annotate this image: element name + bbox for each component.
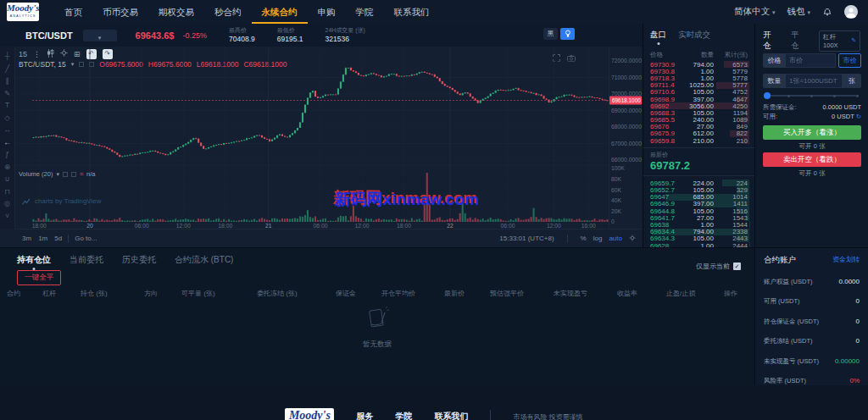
- available-label: 可用:: [763, 113, 777, 121]
- language-label: 简体中文: [734, 6, 770, 16]
- nav-item-秒合约[interactable]: 秒合约: [204, 0, 252, 24]
- range-3m[interactable]: 3m: [22, 235, 31, 242]
- nav-item-永续合约[interactable]: 永续合约: [252, 0, 308, 24]
- sell-open-short-button[interactable]: 卖出开空（看跌）: [763, 152, 861, 167]
- nav-item-申购[interactable]: 申购: [308, 0, 346, 24]
- footer-link-contact[interactable]: 联系我们: [434, 411, 468, 420]
- checkbox-checked-icon[interactable]: ✓: [733, 262, 741, 270]
- svg-text:60K: 60K: [611, 187, 622, 193]
- range-1m[interactable]: 1m: [38, 235, 47, 242]
- buy-open-long-button[interactable]: 买入开多（看涨）: [763, 125, 861, 140]
- empty-state: 暂无数据: [0, 304, 754, 350]
- goto-button[interactable]: Go to...: [75, 235, 97, 242]
- notification-bell-icon[interactable]: [822, 4, 832, 19]
- percent-scale-button[interactable]: %: [581, 235, 587, 242]
- nav-item-学院[interactable]: 学院: [346, 0, 384, 24]
- eye-icon[interactable]: ◎: [4, 197, 10, 210]
- orderbook-last-price[interactable]: 69787.2: [650, 159, 748, 172]
- price-cell: 69659.8: [650, 137, 687, 145]
- positions-tab-1[interactable]: 当前委托: [70, 254, 103, 266]
- fib-icon[interactable]: ∥: [5, 75, 8, 87]
- axis-settings-icon[interactable]: [629, 235, 636, 243]
- leverage-value: 杠杆 100X: [823, 33, 849, 49]
- account-row: 委托冻结 (USDT)0: [764, 337, 860, 345]
- orderbook-ask-row[interactable]: 69659.8210.00210: [650, 137, 748, 144]
- tab-close-position[interactable]: 平仓: [791, 30, 805, 52]
- refresh-icon[interactable]: ↻: [856, 113, 861, 120]
- auto-scale-button[interactable]: auto: [609, 235, 622, 242]
- quantity-input[interactable]: [786, 74, 843, 88]
- text-icon[interactable]: T: [5, 99, 9, 112]
- wallet-menu[interactable]: 钱包 ▾: [787, 6, 810, 18]
- leverage-selector[interactable]: 杠杆 100X✎: [819, 30, 860, 52]
- quantity-field-label: 数量: [763, 74, 786, 88]
- slider-tick[interactable]: [856, 95, 859, 97]
- more-icon[interactable]: ˅: [5, 210, 9, 223]
- required-margin-row: 所需保证金: 0.0000 USDT: [763, 103, 861, 112]
- logo-text: Moody's: [7, 3, 39, 14]
- range-5d[interactable]: 5d: [54, 235, 62, 242]
- slider-knob[interactable]: [764, 92, 771, 99]
- volume-swatch: ≈: [80, 170, 83, 178]
- pattern-icon[interactable]: ◇: [4, 112, 10, 124]
- account-row-label: 委托冻结 (USDT): [764, 337, 813, 345]
- lock-icon[interactable]: ⊓: [4, 185, 10, 198]
- measure-icon[interactable]: ↔: [3, 124, 11, 136]
- user-avatar[interactable]: [844, 5, 858, 19]
- zoom-icon[interactable]: ⊕: [4, 161, 10, 174]
- nav-item-币币交易[interactable]: 币币交易: [92, 0, 148, 24]
- magnet-icon[interactable]: ∪: [4, 173, 9, 185]
- nav-item-联系我们[interactable]: 联系我们: [384, 0, 440, 24]
- orderbook-tab-depth[interactable]: 盘口: [650, 30, 666, 41]
- close-all-button[interactable]: 一键全平: [17, 270, 61, 285]
- tradingview-credit[interactable]: charts by TradingView: [22, 197, 102, 205]
- credit-text: charts by TradingView: [35, 197, 102, 205]
- tab-open-position[interactable]: 开仓: [763, 30, 777, 52]
- slider-tick[interactable]: [787, 95, 790, 97]
- nav-item-首页[interactable]: 首页: [54, 0, 92, 24]
- brand-logo[interactable]: Moody's ANALYTICS: [7, 3, 39, 21]
- footer-link-services[interactable]: 服务: [356, 411, 373, 420]
- crosshair-icon[interactable]: ┼: [4, 50, 9, 63]
- symbol-stats: 最高价70408.9最低价69195.124H成交量 (张)321536: [207, 27, 365, 43]
- slider-tick[interactable]: [833, 95, 836, 97]
- footer-logo[interactable]: Moody's ANALYTICS: [285, 408, 334, 420]
- candlestick-chart[interactable]: 72000.000071000.000070000.000069000.0000…: [15, 47, 643, 229]
- quantity-slider[interactable]: [765, 92, 859, 99]
- chevron-down-icon: ▾: [807, 9, 810, 15]
- volume-settings-icon[interactable]: [71, 172, 76, 177]
- volume-label[interactable]: Volume (20): [19, 170, 53, 178]
- theme-dark-button[interactable]: 黑: [543, 28, 558, 40]
- log-scale-button[interactable]: log: [593, 235, 603, 242]
- orderbook-tab-trades[interactable]: 实时成交: [678, 30, 710, 41]
- pair-name: BTC/USDT: [25, 30, 73, 41]
- price-input[interactable]: [786, 53, 836, 68]
- fund-transfer-link[interactable]: 资金划转: [832, 255, 860, 266]
- collapse-arrow-icon[interactable]: ←: [3, 136, 11, 149]
- price-change: -0.25%: [183, 31, 208, 40]
- col-price: 价格: [650, 51, 687, 61]
- positions-tab-2[interactable]: 历史委托: [122, 254, 156, 266]
- theme-light-button[interactable]: [560, 28, 575, 40]
- only-current-toggle[interactable]: 仅显示当前 ✓: [696, 262, 741, 271]
- svg-text:100K: 100K: [611, 165, 625, 171]
- no-data-icon: [363, 304, 392, 333]
- market-price-button[interactable]: 市价: [838, 53, 861, 68]
- svg-text:71000.0000: 71000.0000: [611, 75, 642, 80]
- indicators-icon[interactable]: ƒ: [5, 148, 9, 161]
- positions-tab-0[interactable]: 持有仓位: [17, 254, 51, 266]
- col-header: 可平量 (张): [181, 289, 215, 298]
- account-rows: 账户权益 (USDT)0.0000可用 (USDT)0持仓保证金 (USDT)0…: [764, 278, 860, 386]
- footer-link-academy[interactable]: 学院: [395, 411, 412, 420]
- volume-eye-icon[interactable]: [63, 172, 68, 177]
- language-selector[interactable]: 简体中文 ▾: [734, 6, 775, 18]
- trend-line-icon[interactable]: ╱: [5, 63, 9, 75]
- svg-text:66000.0000: 66000.0000: [611, 157, 642, 163]
- positions-tab-3[interactable]: 合约流水 (BTC): [175, 254, 233, 266]
- svg-text:70000.0000: 70000.0000: [611, 91, 642, 97]
- slider-tick[interactable]: [810, 95, 813, 97]
- nav-item-期权交易[interactable]: 期权交易: [148, 0, 204, 24]
- clock-time[interactable]: 15:33:01 (UTC+8): [499, 235, 554, 242]
- pair-selector[interactable]: ▾: [83, 30, 117, 41]
- brush-icon[interactable]: ✎: [4, 87, 10, 100]
